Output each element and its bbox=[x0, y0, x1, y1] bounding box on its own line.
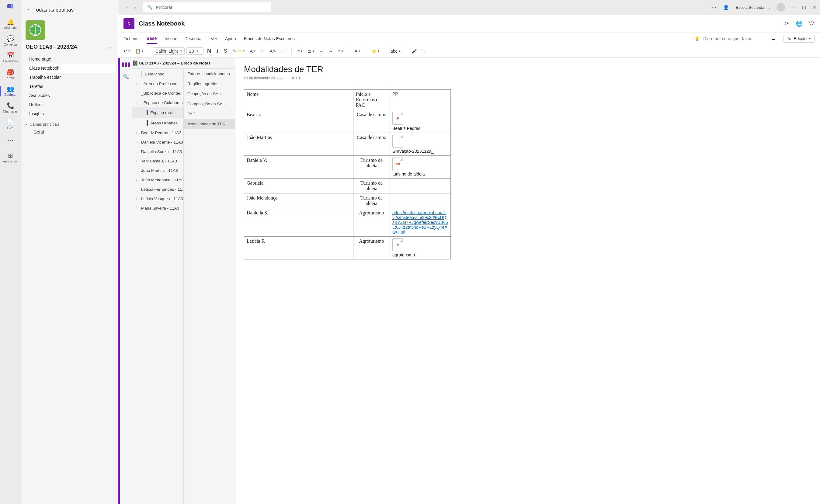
rail-apps[interactable]: ⊞Aplicações bbox=[0, 149, 21, 166]
section-item[interactable]: ›João Martins - 11A3 bbox=[132, 166, 183, 175]
channel-assignments[interactable]: Tarefas bbox=[25, 82, 116, 91]
search-input[interactable] bbox=[156, 5, 266, 10]
rail-chat[interactable]: 💬Conversa bbox=[0, 33, 21, 49]
channel-classwork[interactable]: Trabalho escolar bbox=[25, 73, 116, 82]
attachment[interactable]: P agroturismo- bbox=[392, 238, 448, 257]
cell-name[interactable]: Gabriela bbox=[244, 179, 353, 193]
tag-button[interactable]: ⭐▾ bbox=[370, 47, 381, 55]
ribbon-tab-draw[interactable]: Desenhar bbox=[184, 34, 203, 43]
channel-reflect[interactable]: Reflect bbox=[25, 100, 116, 109]
section-item[interactable]: ›Daniela Vicente - 11A3 bbox=[132, 137, 183, 147]
note-title[interactable]: Modalidades de TER bbox=[244, 64, 811, 74]
ribbon-tab-home[interactable]: Base bbox=[147, 33, 157, 44]
cell-attachment[interactable]: https://esfb.sharepoint.com/:v:/s/msteam… bbox=[390, 208, 451, 237]
section-item[interactable]: ›Beatriz Pedras - 11A3 bbox=[132, 128, 183, 137]
cloud-sync-icon[interactable]: ☁ bbox=[771, 36, 776, 41]
globe-icon[interactable]: 🌐 bbox=[796, 20, 802, 27]
page-item[interactable]: Modalidades de TER bbox=[184, 119, 235, 129]
cell-attachment[interactable]: pdf turismo de aldeia bbox=[390, 156, 451, 179]
highlight-button[interactable]: ✎▾ bbox=[231, 47, 246, 55]
channel-grades[interactable]: Avaliações bbox=[25, 91, 116, 100]
section-item[interactable]: ›João Mendonça - 11A3 bbox=[132, 175, 183, 185]
page-item[interactable]: Ocupação da SAU bbox=[184, 89, 235, 99]
cell-name[interactable]: Beatriz bbox=[244, 110, 353, 133]
font-family-select[interactable]: Calibri Light▾ bbox=[153, 47, 185, 55]
rail-more-icon[interactable]: ⋯ bbox=[7, 133, 13, 148]
font-color-button[interactable]: A▾ bbox=[248, 47, 257, 55]
user-avatar[interactable] bbox=[777, 3, 785, 12]
cell-attachment[interactable]: Gravação-20231129_ bbox=[390, 133, 451, 156]
table-row[interactable]: Letícia F. Agroturismo P agroturismo- bbox=[244, 237, 451, 259]
section-item[interactable]: ›Jéni Castela - 11A3 bbox=[132, 156, 183, 166]
shield-icon[interactable]: 🛡 bbox=[809, 20, 815, 27]
cell-topic[interactable]: Turismo de aldeia bbox=[353, 193, 390, 208]
library-icon[interactable]: ▮▮▮ bbox=[121, 61, 130, 68]
cell-attachment[interactable]: P agroturismo- bbox=[390, 237, 451, 259]
cell-name[interactable]: João Martins bbox=[244, 133, 353, 156]
cell-topic[interactable]: Turismo de aldeia bbox=[353, 156, 390, 179]
note-canvas[interactable]: Modalidades de TER 23 de novembro de 202… bbox=[235, 58, 820, 504]
people-add-icon[interactable]: 👤 bbox=[723, 5, 729, 10]
table-row[interactable]: Beatriz Casa de campo P Beatriz Pedras bbox=[244, 110, 451, 133]
cell-topic[interactable]: Agroturismo bbox=[353, 237, 390, 259]
rail-calendar[interactable]: 📅Calendário bbox=[0, 49, 21, 66]
more-font-button[interactable]: ⋯ bbox=[280, 47, 288, 55]
ribbon-tab-insert[interactable]: Inserir bbox=[165, 34, 176, 43]
th-pp[interactable]: PP bbox=[390, 90, 451, 110]
font-size-select[interactable]: 20▾ bbox=[186, 47, 203, 55]
format-painter-button[interactable]: A✎ bbox=[268, 47, 278, 55]
section-item[interactable]: Bem-vindo bbox=[132, 69, 183, 79]
cell-name[interactable]: João Mendonça bbox=[244, 193, 353, 208]
channel-home[interactable]: Home page bbox=[25, 54, 116, 64]
cell-name[interactable]: Daniela V. bbox=[244, 156, 353, 179]
section-item[interactable]: Áreas Urbanas bbox=[132, 118, 183, 128]
cell-topic[interactable]: Casa de campo bbox=[353, 133, 390, 156]
attachment[interactable]: Gravação-20231129_ bbox=[392, 135, 448, 154]
cell-name[interactable]: Letícia F. bbox=[244, 237, 353, 259]
section-item[interactable]: ›Letícia Fernandes - 11... bbox=[132, 185, 183, 194]
page-item[interactable]: PAC bbox=[184, 109, 235, 119]
cell-attachment[interactable] bbox=[390, 193, 451, 208]
channel-insights[interactable]: Insights bbox=[25, 109, 116, 118]
cell-topic[interactable]: Casa de campo bbox=[353, 110, 390, 133]
team-avatar[interactable] bbox=[26, 20, 45, 40]
section-item[interactable]: ›_Área do Professor bbox=[132, 79, 183, 89]
th-name[interactable]: Nome bbox=[244, 90, 353, 110]
section-item[interactable]: Espaço rural bbox=[132, 107, 183, 118]
back-all-teams[interactable]: ‹ Todas as equipas bbox=[21, 2, 118, 17]
cell-attachment[interactable]: P Beatriz Pedras bbox=[390, 110, 451, 133]
channel-general[interactable]: Geral bbox=[25, 128, 116, 136]
rail-calls[interactable]: 📞Chamadas bbox=[0, 99, 21, 116]
undo-button[interactable]: ↶▾ bbox=[122, 47, 132, 55]
section-item[interactable]: ›Daniella Souza - 11A3 bbox=[132, 147, 183, 156]
cell-topic[interactable]: Turismo de aldeia bbox=[353, 179, 390, 193]
rail-teams[interactable]: 👥Equipas bbox=[0, 83, 21, 99]
rail-files[interactable]: 📄Files bbox=[0, 116, 21, 133]
nav-forward-icon[interactable]: › bbox=[134, 4, 136, 11]
numbering-button[interactable]: ≣▾ bbox=[306, 47, 316, 55]
bullets-button[interactable]: ≡▾ bbox=[295, 47, 304, 55]
ribbon-tab-file[interactable]: Ficheiro bbox=[123, 34, 139, 43]
editing-mode-button[interactable]: ✎ Edição ▾ bbox=[784, 35, 815, 43]
th-topic[interactable]: Início e Reformas da PAC bbox=[353, 90, 390, 110]
ribbon-tab-view[interactable]: Ver bbox=[211, 34, 217, 43]
rail-assignments[interactable]: 🎒Tarefas bbox=[0, 66, 21, 83]
section-item[interactable]: ⌄_Espaço de Colaboraç... bbox=[132, 98, 183, 107]
section-item[interactable]: ›Maria Silveira - 11A3 bbox=[132, 203, 183, 213]
ribbon-tab-classnb[interactable]: Blocos de Notas Escolares bbox=[244, 34, 295, 43]
rail-activity[interactable]: 🔔Atividade bbox=[0, 16, 21, 33]
italic-button[interactable]: I bbox=[215, 47, 220, 55]
section-item[interactable]: ›_Biblioteca de Conteú... bbox=[132, 89, 183, 98]
page-item[interactable]: Composição da SAU bbox=[184, 99, 235, 109]
more-options-icon[interactable]: ⋯ bbox=[711, 5, 716, 10]
sharepoint-link[interactable]: https://esfb.sharepoint.com/:v:/s/msteam… bbox=[392, 210, 448, 235]
align-button[interactable]: ≡▾ bbox=[336, 47, 345, 55]
page-item[interactable]: Regiões agrárias bbox=[184, 79, 235, 89]
spelling-button[interactable]: abc▾ bbox=[389, 47, 402, 55]
cell-topic[interactable]: Agroturismo bbox=[353, 208, 390, 237]
underline-button[interactable]: S bbox=[222, 47, 229, 55]
outdent-button[interactable]: ⇤ bbox=[318, 47, 325, 55]
search-notebook-icon[interactable]: 🔍 bbox=[123, 74, 129, 79]
refresh-icon[interactable]: ⟳ bbox=[784, 20, 789, 27]
clear-format-button[interactable]: ◇ bbox=[259, 47, 266, 55]
